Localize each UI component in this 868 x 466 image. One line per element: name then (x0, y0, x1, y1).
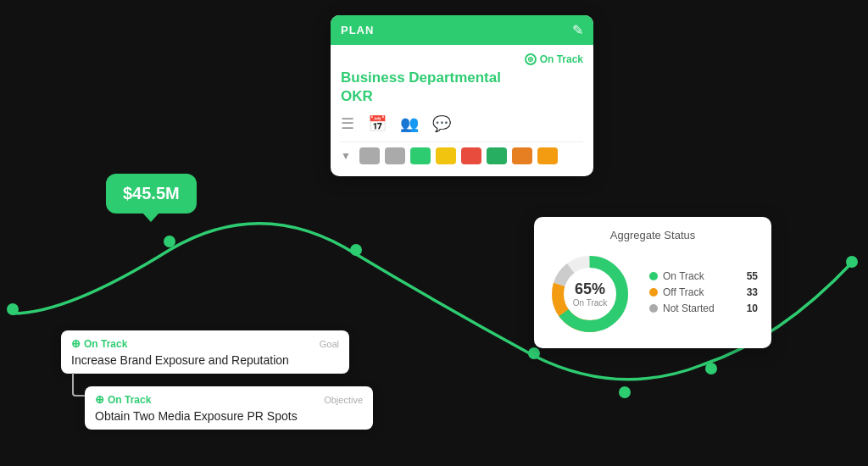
color-swatch-green[interactable] (410, 147, 431, 164)
legend-on-track: On Track 55 (649, 270, 758, 282)
donut-percent: 65% (573, 280, 608, 298)
plan-card-body: ⊕ On Track Business Departmental OKR ☰ 📅… (331, 45, 593, 176)
aggregate-legend: On Track 55 Off Track 33 Not Started 10 (649, 270, 758, 319)
path-node-5 (619, 386, 631, 398)
plan-colors-row: ▼ (341, 141, 583, 168)
color-swatch-gray2[interactable] (385, 147, 405, 164)
donut-chart: 65% On Track (548, 252, 632, 336)
objective-status-icon: ⊕ (95, 393, 104, 406)
path-node-1 (7, 303, 19, 315)
plan-status-badge: ⊕ On Track (525, 53, 583, 65)
goal-card-header: ⊕ On Track Goal (71, 337, 339, 350)
aggregate-content: 65% On Track On Track 55 Off Track 33 No… (548, 252, 758, 336)
objective-status-text: On Track (108, 394, 151, 406)
plan-status-text: On Track (540, 53, 583, 65)
objective-card-text: Obtain Two Media Exposure PR Spots (95, 409, 363, 423)
calendar-icon[interactable]: 📅 (368, 114, 387, 133)
off-track-count: 33 (747, 286, 758, 298)
color-swatch-amber[interactable] (537, 147, 558, 164)
off-track-dot (649, 288, 658, 297)
not-started-count: 10 (747, 302, 758, 314)
color-swatch-darkgreen[interactable] (487, 147, 507, 164)
not-started-dot (649, 304, 658, 313)
chat-icon[interactable]: 💬 (432, 114, 451, 133)
plan-card-title: Business Departmental OKR (341, 69, 583, 106)
off-track-label: Off Track (663, 286, 742, 298)
goal-status: ⊕ On Track (71, 337, 127, 350)
path-node-4 (528, 347, 540, 359)
legend-off-track: Off Track 33 (649, 286, 758, 298)
goal-card-text: Increase Brand Exposure and Reputation (71, 353, 339, 367)
plan-card: PLAN ✎ ⊕ On Track Business Departmental … (331, 15, 593, 176)
aggregate-status-card: Aggregate Status 65% On Track On Track (534, 217, 771, 348)
plan-status-row: ⊕ On Track (341, 53, 583, 65)
legend-not-started: Not Started 10 (649, 302, 758, 314)
money-value: $45.5M (123, 184, 180, 202)
color-swatch-red[interactable] (461, 147, 481, 164)
plan-icons-row: ☰ 📅 👥 💬 (341, 114, 583, 133)
not-started-label: Not Started (663, 302, 742, 314)
goal-status-text: On Track (84, 338, 127, 350)
color-swatch-gray1[interactable] (359, 147, 380, 164)
donut-sublabel: On Track (573, 298, 608, 308)
goal-type-label: Goal (320, 339, 339, 349)
people-icon[interactable]: 👥 (400, 114, 419, 133)
on-track-label: On Track (663, 270, 742, 282)
color-swatch-orange[interactable] (512, 147, 532, 164)
edit-icon[interactable]: ✎ (572, 22, 583, 38)
plan-label: PLAN (341, 24, 374, 36)
objective-status: ⊕ On Track (95, 393, 151, 406)
on-track-circle-icon: ⊕ (525, 53, 537, 65)
goal-status-icon: ⊕ (71, 337, 81, 350)
donut-label: 65% On Track (573, 280, 608, 308)
money-bubble: $45.5M (106, 174, 197, 214)
path-node-2 (164, 236, 175, 247)
goal-card: ⊕ On Track Goal Increase Brand Exposure … (61, 330, 349, 374)
plan-card-header: PLAN ✎ (331, 15, 593, 45)
objective-card-header: ⊕ On Track Objective (95, 393, 363, 406)
path-node-3 (350, 244, 362, 256)
path-node-6 (705, 363, 717, 374)
objective-type-label: Objective (324, 395, 363, 405)
list-icon[interactable]: ☰ (341, 114, 354, 133)
on-track-count: 55 (747, 270, 758, 282)
color-swatch-yellow[interactable] (436, 147, 456, 164)
on-track-dot (649, 272, 658, 280)
path-node-7 (846, 256, 858, 268)
dropdown-arrow-icon[interactable]: ▼ (341, 150, 351, 162)
objective-card: ⊕ On Track Objective Obtain Two Media Ex… (85, 386, 373, 430)
aggregate-title: Aggregate Status (548, 229, 758, 241)
